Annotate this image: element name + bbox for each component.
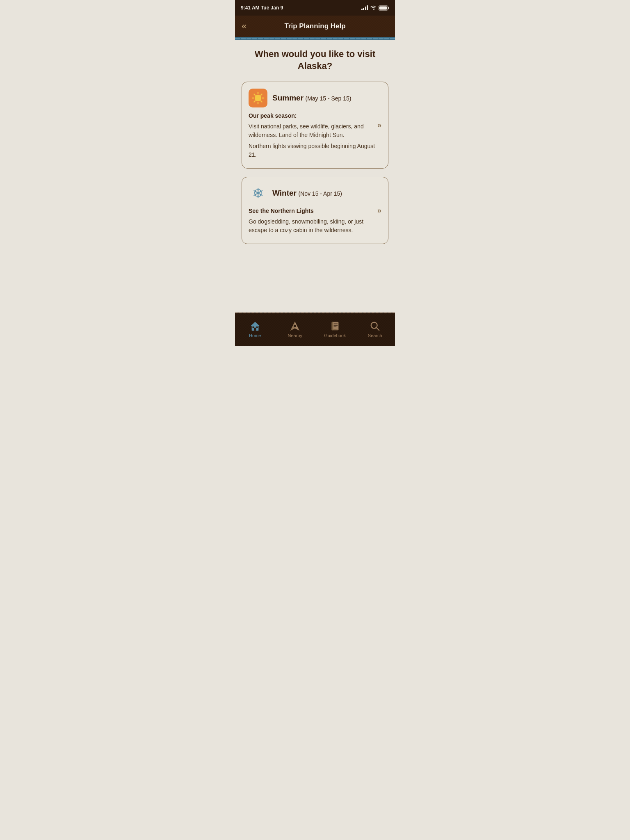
home-tab-label: Home bbox=[249, 333, 261, 338]
page-title: When would you like to visit Alaska? bbox=[242, 48, 388, 72]
summer-title-wrap: Summer (May 15 - Sep 15) bbox=[272, 94, 381, 103]
winter-icon: ❄ bbox=[249, 184, 267, 203]
svg-line-9 bbox=[261, 101, 262, 102]
svg-rect-1 bbox=[379, 6, 387, 9]
winter-desc1: Go dogsledding, snowmobiling, skiing, or… bbox=[249, 217, 381, 235]
tab-home[interactable]: Home bbox=[235, 317, 275, 338]
signal-icon bbox=[361, 5, 368, 10]
svg-point-21 bbox=[294, 325, 296, 327]
svg-rect-15 bbox=[252, 326, 254, 328]
header-divider bbox=[235, 37, 395, 40]
svg-line-8 bbox=[254, 94, 256, 96]
nearby-icon bbox=[290, 321, 300, 331]
summer-icon bbox=[249, 89, 267, 107]
tab-guidebook[interactable]: Guidebook bbox=[315, 317, 355, 338]
main-content: When would you like to visit Alaska? bbox=[235, 40, 395, 313]
snowflake-icon: ❄ bbox=[252, 186, 264, 200]
summer-chevron: » bbox=[377, 121, 381, 130]
winter-chevron: » bbox=[377, 206, 381, 215]
svg-marker-13 bbox=[251, 322, 260, 326]
winter-subtitle: See the Northern Lights bbox=[249, 208, 381, 214]
summer-title: Summer bbox=[272, 94, 304, 102]
summer-desc2: Northern lights viewing possible beginni… bbox=[249, 142, 381, 159]
search-tab-icon bbox=[370, 321, 380, 331]
summer-dates: (May 15 - Sep 15) bbox=[305, 95, 351, 102]
winter-header: ❄ Winter (Nov 15 - Apr 15) » bbox=[249, 184, 381, 203]
guidebook-tab-label: Guidebook bbox=[324, 333, 346, 338]
back-button[interactable]: « bbox=[242, 22, 247, 31]
summer-subtitle: Our peak season: bbox=[249, 112, 381, 119]
winter-title-wrap: Winter (Nov 15 - Apr 15) bbox=[272, 189, 381, 198]
svg-line-11 bbox=[254, 101, 256, 102]
svg-line-28 bbox=[377, 328, 379, 331]
search-tab-label: Search bbox=[368, 333, 382, 338]
nav-header: « Trip Planning Help bbox=[235, 16, 395, 37]
svg-line-10 bbox=[261, 94, 262, 96]
svg-rect-16 bbox=[256, 326, 258, 328]
winter-dates: (Nov 15 - Apr 15) bbox=[298, 190, 342, 197]
tab-search[interactable]: Search bbox=[355, 317, 395, 338]
summer-header: Summer (May 15 - Sep 15) » bbox=[249, 89, 381, 107]
sun-icon bbox=[251, 91, 265, 105]
summer-card[interactable]: Summer (May 15 - Sep 15) » Our peak seas… bbox=[242, 82, 388, 169]
summer-desc1: Visit national parks, see wildlife, glac… bbox=[249, 122, 381, 139]
nearby-tab-label: Nearby bbox=[288, 333, 302, 338]
status-time: 9:41 AM Tue Jan 9 bbox=[241, 5, 283, 11]
home-icon bbox=[250, 321, 260, 331]
battery-icon bbox=[379, 5, 389, 11]
svg-rect-14 bbox=[254, 328, 256, 331]
svg-rect-2 bbox=[388, 7, 389, 9]
svg-point-3 bbox=[255, 95, 261, 101]
guidebook-icon bbox=[330, 321, 340, 331]
status-bar: 9:41 AM Tue Jan 9 bbox=[235, 0, 395, 16]
tab-bar: Home Nearby Guidebook Search bbox=[235, 313, 395, 346]
nav-title: Trip Planning Help bbox=[284, 22, 345, 30]
status-icons bbox=[361, 5, 390, 11]
wifi-icon bbox=[370, 5, 377, 10]
winter-title: Winter bbox=[272, 189, 297, 197]
svg-rect-23 bbox=[331, 322, 333, 330]
winter-card[interactable]: ❄ Winter (Nov 15 - Apr 15) » See the Nor… bbox=[242, 177, 388, 244]
tab-nearby[interactable]: Nearby bbox=[275, 317, 315, 338]
